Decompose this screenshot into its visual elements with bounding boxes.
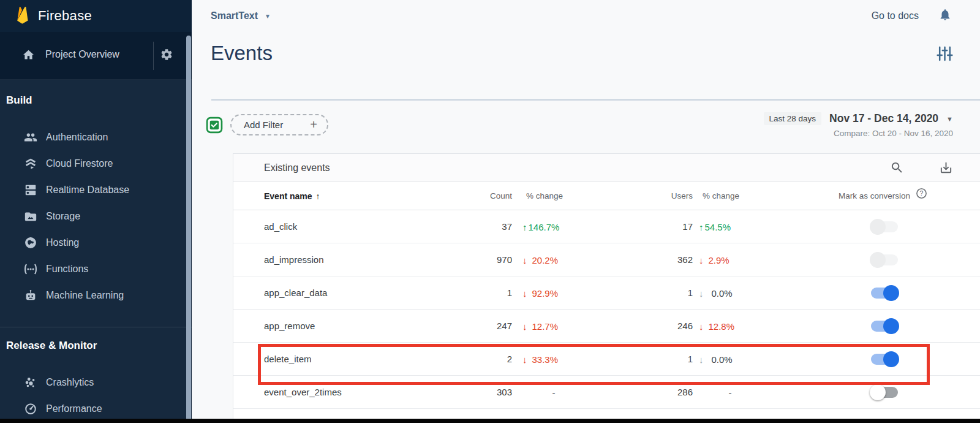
users-change: ↓0.0% <box>696 276 764 310</box>
change-arrow-icon: ↑ <box>522 222 527 232</box>
people-icon <box>23 131 38 144</box>
search-icon[interactable] <box>890 161 904 177</box>
conversion-toggle[interactable] <box>870 318 899 334</box>
sidebar-item-performance[interactable]: Performance <box>0 395 192 422</box>
change-arrow-icon: ↓ <box>522 354 527 365</box>
conversion-toggle[interactable] <box>870 384 899 400</box>
change-arrow-icon: ↓ <box>699 255 704 265</box>
tune-filters-icon[interactable] <box>937 45 953 64</box>
robot-icon <box>23 289 38 302</box>
column-event-name[interactable]: Event name↑ <box>264 182 320 210</box>
table-row: app_remove 247 ↓12.7% 246 ↓12.8% <box>233 310 980 343</box>
sidebar-vertical-divider <box>153 42 154 70</box>
column-mark-as-conversion: Mark as conversion ? <box>839 182 927 210</box>
download-icon[interactable] <box>939 161 953 177</box>
sidebar-project-overview-row[interactable]: Project Overview <box>0 32 192 80</box>
filter-bar: Add Filter + Last 28 days Nov 17 - Dec 1… <box>192 112 980 148</box>
event-name: ad_click <box>264 210 297 243</box>
change-arrow-icon: ↓ <box>522 288 527 299</box>
range-preset-badge: Last 28 days <box>764 112 822 125</box>
svg-text:?: ? <box>920 190 924 197</box>
users-change: ↑54.5% <box>696 210 764 243</box>
firebase-console: Firebase Project Overview Build <box>0 0 980 423</box>
conversion-toggle[interactable] <box>870 219 899 235</box>
sidebar-item-hosting[interactable]: Hosting <box>0 229 192 256</box>
sidebar-header: Firebase <box>0 0 192 32</box>
sidebar-nav: Build Authentication Cloud Firestore <box>0 80 192 422</box>
conversion-toggle[interactable] <box>870 285 899 301</box>
users-change: ↓2.9% <box>696 243 764 276</box>
count-change: - <box>519 376 588 409</box>
plus-icon: + <box>310 118 317 132</box>
event-users: 17 <box>607 210 693 243</box>
table-row: event_over_2times 303 - 286 - <box>233 376 980 409</box>
project-overview-label: Project Overview <box>45 49 119 60</box>
event-name: ad_impression <box>264 243 324 276</box>
count-change: ↓12.7% <box>519 310 588 343</box>
event-name: delete_item <box>264 343 312 376</box>
count-change: ↓33.3% <box>519 343 588 376</box>
table-card-header: Existing events <box>233 154 980 182</box>
functions-icon <box>23 262 38 276</box>
sidebar-item-realtime-database[interactable]: Realtime Database <box>0 177 192 203</box>
count-change: ↑146.7% <box>519 210 588 243</box>
speedometer-icon <box>23 402 38 416</box>
date-range-group: Last 28 days Nov 17 - Dec 14, 2020 ▼ Com… <box>764 112 953 138</box>
event-users: 362 <box>607 243 693 276</box>
change-arrow-icon: ↓ <box>699 321 704 332</box>
table-row: ad_click 37 ↑146.7% 17 ↑54.5% <box>233 210 980 243</box>
change-arrow-icon: ↓ <box>699 288 704 299</box>
count-change: ↓92.9% <box>519 276 588 310</box>
home-icon <box>22 48 35 64</box>
go-to-docs-link[interactable]: Go to docs <box>872 10 919 21</box>
sidebar-item-crashlytics[interactable]: Crashlytics <box>0 369 192 395</box>
sidebar: Firebase Project Overview Build <box>0 0 192 423</box>
users-change: - <box>696 376 764 409</box>
folder-media-icon <box>23 210 38 223</box>
firebase-logo-icon <box>15 5 30 28</box>
add-filter-label: Add Filter <box>244 120 283 130</box>
event-count: 1 <box>435 276 512 310</box>
date-range-selector[interactable]: Last 28 days Nov 17 - Dec 14, 2020 ▼ <box>764 112 953 125</box>
firestore-icon <box>23 157 38 170</box>
sidebar-scrollbar-thumb[interactable] <box>186 36 191 422</box>
project-selector[interactable]: SmartText ▼ <box>211 10 271 21</box>
event-count: 247 <box>435 310 512 343</box>
page-title: Events <box>211 42 980 65</box>
help-icon[interactable]: ? <box>916 183 927 211</box>
count-change: ↓20.2% <box>519 243 588 276</box>
sidebar-item-functions[interactable]: Functions <box>0 256 192 282</box>
add-filter-button[interactable]: Add Filter + <box>230 114 328 135</box>
conversion-toggle[interactable] <box>870 351 899 367</box>
sidebar-divider <box>0 327 192 327</box>
crashlytics-icon <box>23 376 38 389</box>
database-icon <box>23 183 38 197</box>
column-count: Count <box>435 182 512 210</box>
event-name: app_clear_data <box>264 276 327 310</box>
topbar: SmartText ▼ Go to docs <box>192 0 980 32</box>
sidebar-item-storage[interactable]: Storage <box>0 203 192 229</box>
gear-icon[interactable] <box>160 48 173 64</box>
event-count: 970 <box>435 243 512 276</box>
change-arrow-icon: ↓ <box>699 354 704 365</box>
sidebar-section-release-monitor: Release & Monitor <box>6 340 192 352</box>
project-name: SmartText <box>211 10 258 21</box>
chevron-down-icon: ▼ <box>265 13 271 20</box>
event-users: 1 <box>607 343 693 376</box>
sidebar-item-cloud-firestore[interactable]: Cloud Firestore <box>0 150 192 177</box>
event-count: 2 <box>435 343 512 376</box>
column-users: Users <box>607 182 693 210</box>
table-title: Existing events <box>264 162 330 173</box>
event-name: app_remove <box>264 310 315 343</box>
sidebar-item-machine-learning[interactable]: Machine Learning <box>0 282 192 308</box>
change-arrow-icon: ↓ <box>522 255 527 265</box>
compare-range-label: Compare: Oct 20 - Nov 16, 2020 <box>764 129 953 138</box>
chevron-down-icon: ▼ <box>946 115 953 123</box>
conversion-toggle[interactable] <box>870 252 899 268</box>
brand-name: Firebase <box>38 8 92 24</box>
change-arrow-icon: ↓ <box>522 321 527 332</box>
users-change: ↓12.8% <box>696 310 764 343</box>
bell-icon[interactable] <box>938 8 952 24</box>
table-body: ad_click 37 ↑146.7% 17 ↑54.5% ad_impress… <box>233 210 980 409</box>
sidebar-item-authentication[interactable]: Authentication <box>0 124 192 150</box>
